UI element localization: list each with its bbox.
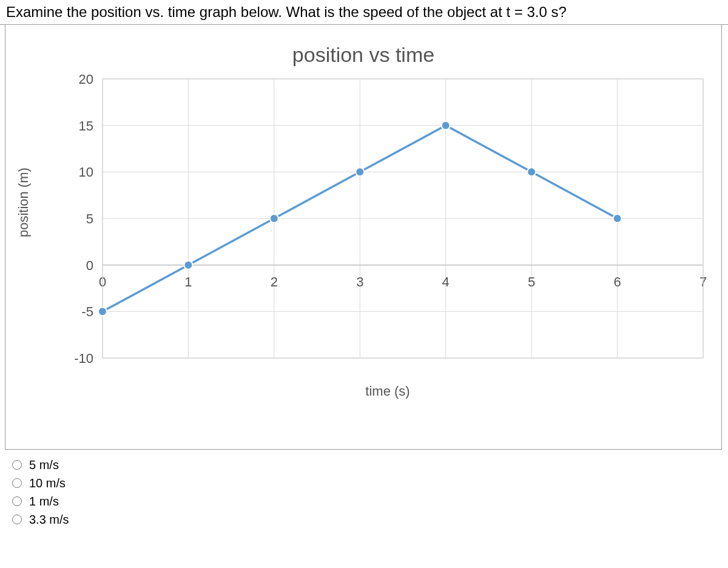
question-prompt: Examine the position vs. time graph belo…: [0, 0, 728, 25]
chart-svg: 01234567-10-505101520: [60, 73, 709, 376]
answer-option-group: 5 m/s 10 m/s 1 m/s 3.3 m/s: [0, 456, 728, 529]
svg-text:6: 6: [613, 274, 621, 289]
svg-text:20: 20: [79, 73, 93, 87]
option-label: 1 m/s: [29, 495, 59, 509]
svg-text:-5: -5: [81, 304, 93, 319]
chart-panel: position vs time position (m) 01234567-1…: [5, 25, 722, 450]
plot-area: 01234567-10-505101520 time (s): [60, 73, 715, 399]
svg-text:3: 3: [356, 274, 363, 289]
svg-point-39: [613, 214, 622, 223]
answer-option-1[interactable]: 10 m/s: [12, 474, 728, 492]
radio-option-2[interactable]: [12, 496, 22, 506]
option-label: 3.3 m/s: [29, 513, 69, 527]
svg-text:-10: -10: [74, 351, 93, 366]
svg-point-38: [527, 167, 536, 176]
answer-option-3[interactable]: 3.3 m/s: [12, 510, 728, 529]
svg-point-35: [270, 214, 278, 223]
radio-option-0[interactable]: [12, 460, 22, 470]
svg-text:5: 5: [528, 274, 535, 289]
chart-title: position vs time: [12, 43, 715, 67]
x-axis-label: time (s): [60, 384, 715, 399]
option-label: 5 m/s: [29, 458, 59, 472]
answer-option-0[interactable]: 5 m/s: [12, 456, 728, 474]
svg-text:15: 15: [79, 118, 93, 134]
svg-point-36: [356, 167, 364, 176]
y-axis-label: position (m): [16, 167, 32, 237]
radio-option-1[interactable]: [12, 478, 22, 488]
answer-option-2[interactable]: 1 m/s: [12, 492, 728, 510]
svg-point-37: [442, 121, 450, 130]
svg-point-33: [98, 307, 107, 316]
svg-text:4: 4: [442, 274, 450, 289]
svg-text:10: 10: [79, 164, 93, 180]
radio-option-3[interactable]: [12, 515, 22, 524]
svg-text:1: 1: [184, 274, 192, 289]
svg-text:0: 0: [86, 258, 93, 273]
option-label: 10 m/s: [29, 476, 66, 490]
svg-point-34: [184, 261, 192, 269]
svg-text:2: 2: [271, 274, 278, 289]
svg-text:5: 5: [86, 211, 93, 226]
